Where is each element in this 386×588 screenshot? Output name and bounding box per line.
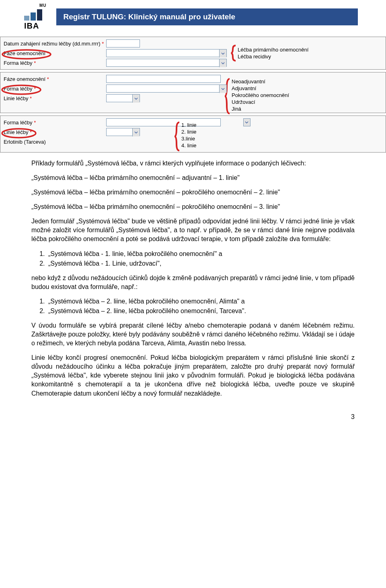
list-item: „Systémová léčba - 1. Linie, udržovací",: [47, 259, 355, 268]
brace-icon: [231, 45, 236, 62]
form-block-form: Fáze onemocnění * Neoadjuvantní Adjuvant…: [0, 72, 386, 113]
paragraph: Příklady formulářů „Systémová léčba, v r…: [31, 159, 355, 168]
brace-icon: [175, 122, 180, 151]
chevron-down-icon[interactable]: [219, 85, 226, 93]
label-erlotinib: Erlotinib (Tarceva): [4, 139, 106, 145]
line-option: 3.linie: [181, 135, 197, 142]
label-phase: Fáze onemocnění *: [4, 50, 106, 56]
chevron-down-icon[interactable]: [132, 95, 140, 103]
iba-logo: MU IBA: [24, 3, 47, 31]
list-item: „Systémová léčba – 2. liine, léčba pokro…: [47, 297, 355, 306]
label-line3: Linie léčby *: [4, 129, 106, 135]
list-item: „Systémová léčba – 2. liine, léčba pokro…: [47, 307, 355, 316]
form-option: Jiná: [232, 105, 289, 112]
line-option: 4. linie: [181, 142, 197, 149]
label-form-therapy: Forma léčby *: [4, 60, 106, 66]
form-option: Pokročilého onemocnění: [232, 92, 289, 99]
form2-select[interactable]: [106, 85, 227, 93]
row-phase2: Fáze onemocnění * Neoadjuvantní Adjuvant…: [0, 74, 386, 84]
row-form3: Forma léčby * 1. linie 2. linie 3.linie …: [0, 118, 386, 127]
page-number: 3: [0, 404, 386, 421]
form-option: Adjuvantní: [232, 85, 289, 92]
date-start-input[interactable]: [106, 39, 140, 47]
form-option: Udržovací: [232, 99, 289, 105]
row-form-therapy: Forma léčby *: [0, 58, 386, 68]
phase2-input[interactable]: [106, 75, 221, 83]
row-date-start: Datum zahájení režimu léčby (dd.mm.rrrr)…: [0, 39, 386, 48]
chevron-down-icon[interactable]: [243, 118, 250, 126]
paragraph: „Systémová léčba – léčba primárního onem…: [31, 173, 355, 182]
form-block-phase: Datum zahájení režimu léčby (dd.mm.rrrr)…: [0, 37, 386, 70]
numbered-list: „Systémová léčba – 2. liine, léčba pokro…: [47, 297, 355, 316]
form3-input[interactable]: [106, 118, 221, 126]
row-line2: Linie léčby *: [0, 93, 386, 103]
paragraph: „Systémová léčba – léčba primárního onem…: [31, 188, 355, 197]
page-header: MU IBA Registr TULUNG: Klinický manuál p…: [0, 0, 386, 35]
line-option: 2. linie: [181, 128, 197, 135]
row-form2: Forma léčby *: [0, 84, 386, 93]
form-option: Neoadjuvantní: [232, 78, 289, 85]
label-date-start: Datum zahájení režimu léčby (dd.mm.rrrr)…: [4, 41, 106, 47]
paragraph: nebo když z důvodu nežádoucích účinků do…: [31, 274, 355, 291]
line-option: 1. linie: [181, 122, 197, 128]
chevron-down-icon[interactable]: [219, 59, 226, 67]
form-block-line: Forma léčby * 1. linie 2. linie 3.linie …: [0, 116, 386, 153]
row-phase: Fáze onemocnění * Léčba primárního onemo…: [0, 48, 386, 58]
paragraph: Linie léčby končí progresí onemocnění. P…: [31, 353, 355, 398]
phase-option: Léčba recidivy: [238, 53, 308, 60]
label-line2: Linie léčby *: [4, 95, 106, 101]
label-phase2: Fáze onemocnění *: [4, 76, 106, 82]
iba-text: IBA: [24, 21, 47, 31]
label-form3: Forma léčby *: [4, 120, 106, 126]
chevron-down-icon[interactable]: [219, 50, 226, 58]
line3-select[interactable]: [106, 128, 140, 136]
list-item: „Systémová léčba - 1. linie, léčba pokro…: [47, 250, 355, 258]
line2-select[interactable]: [106, 94, 140, 102]
paragraph: Jeden formulář „Systémová léčba" bude ve…: [31, 217, 355, 243]
body-text: Příklady formulářů „Systémová léčba, v r…: [0, 155, 386, 398]
paragraph: V úvodu formuláře se vybírá preparát cíl…: [31, 321, 355, 348]
paragraph: „Systémová léčba – léčba primárního onem…: [31, 202, 355, 211]
mu-text: MU: [39, 3, 47, 8]
logo-bars-icon: [24, 8, 47, 21]
numbered-list: „Systémová léčba - 1. linie, léčba pokro…: [47, 250, 355, 268]
form-therapy-select[interactable]: [106, 59, 227, 67]
label-form2: Forma léčby *: [4, 86, 106, 92]
phase-options: Léčba primárního onemocnění Léčba recidi…: [231, 45, 308, 62]
phase-option: Léčba primárního onemocnění: [238, 46, 308, 53]
chevron-down-icon[interactable]: [132, 128, 140, 136]
page-title: Registr TULUNG: Klinický manuál pro uživ…: [56, 8, 358, 25]
brace-icon: [225, 78, 230, 114]
phase-select[interactable]: [106, 49, 227, 57]
